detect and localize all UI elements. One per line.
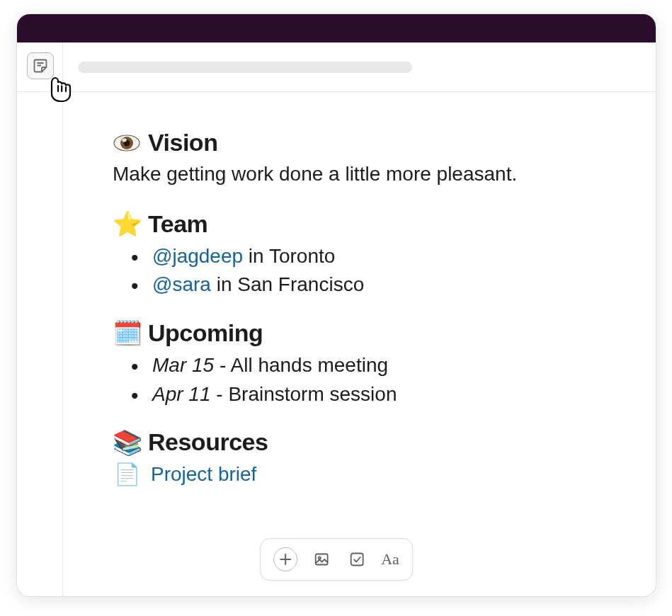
vision-body: Make getting work done a little more ple… [113, 161, 606, 188]
resources-heading-text: Resources [148, 428, 268, 456]
checklist-button[interactable] [346, 548, 368, 571]
list-item: @sara in San Francisco [113, 270, 606, 300]
team-list: @jagdeep in Toronto @sara in San Francis… [113, 242, 606, 300]
event-label: Brainstorm session [228, 383, 397, 405]
svg-point-8 [122, 138, 126, 142]
resource-link[interactable]: Project brief [151, 463, 256, 486]
document-content[interactable]: Vision Make getting work done a little m… [63, 92, 656, 596]
books-icon: 📚 [113, 430, 141, 455]
sidebar [17, 42, 63, 596]
document-icon: 📄 [113, 462, 141, 486]
plus-icon [277, 551, 294, 568]
team-heading-text: Team [148, 210, 207, 238]
text-format-button[interactable]: Aa [381, 550, 399, 569]
svg-rect-13 [351, 554, 363, 566]
app-window: Vision Make getting work done a little m… [17, 14, 656, 596]
section-heading-resources: 📚 Resources [113, 428, 606, 456]
event-date: Mar 15 [152, 354, 214, 376]
team-location: in Toronto [243, 245, 335, 267]
svg-point-12 [319, 557, 321, 559]
calendar-icon: 🗓️ [113, 321, 141, 345]
section-heading-upcoming: 🗓️ Upcoming [113, 319, 606, 347]
title-bar [17, 14, 656, 42]
mention-link[interactable]: @jagdeep [152, 245, 243, 267]
eye-icon [113, 131, 141, 155]
resource-item: 📄 Project brief [113, 462, 606, 486]
mention-link[interactable]: @sara [152, 273, 211, 295]
image-icon [313, 551, 330, 568]
vision-heading-text: Vision [148, 129, 217, 156]
star-icon: ⭐ [113, 212, 141, 236]
svg-rect-11 [316, 554, 328, 565]
event-sep: - [211, 383, 229, 405]
image-button[interactable] [310, 548, 333, 571]
section-heading-vision: Vision [113, 129, 606, 156]
upcoming-heading-text: Upcoming [148, 319, 263, 347]
list-item: @jagdeep in Toronto [113, 242, 606, 271]
editor-toolbar: Aa [260, 538, 413, 581]
team-location: in San Francisco [211, 273, 364, 295]
add-button[interactable] [273, 547, 297, 571]
list-item: Mar 15 - All hands meeting [113, 351, 606, 380]
list-item: Apr 11 - Brainstorm session [113, 380, 606, 409]
upcoming-list: Mar 15 - All hands meeting Apr 11 - Brai… [113, 351, 606, 409]
header-row [17, 42, 656, 92]
event-sep: - [214, 354, 230, 376]
event-label: All hands meeting [231, 354, 389, 376]
checkbox-icon [348, 551, 365, 568]
section-heading-team: ⭐ Team [113, 210, 606, 238]
event-date: Apr 11 [152, 383, 211, 405]
title-placeholder[interactable] [78, 62, 412, 73]
